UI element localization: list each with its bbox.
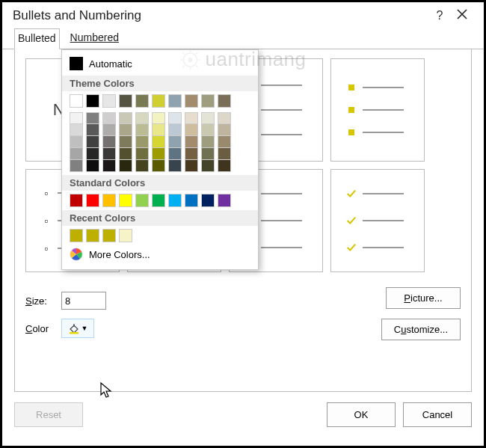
theme-shade-swatch[interactable] xyxy=(185,136,198,148)
tab-numbered[interactable]: Numbered xyxy=(67,28,122,49)
theme-shade-swatch[interactable] xyxy=(218,112,231,124)
recent-color-swatch[interactable] xyxy=(86,229,99,242)
theme-shade-swatch[interactable] xyxy=(135,160,149,172)
standard-color-swatch[interactable] xyxy=(185,194,198,207)
cancel-button[interactable]: Cancel xyxy=(403,402,472,427)
theme-shade-swatch[interactable] xyxy=(152,160,165,172)
theme-color-swatch[interactable] xyxy=(152,94,165,108)
standard-color-swatch[interactable] xyxy=(119,194,132,207)
theme-shade-swatch[interactable] xyxy=(119,124,132,136)
tabstrip: Bulleted Numbered xyxy=(2,28,484,49)
theme-shade-swatch[interactable] xyxy=(86,124,99,136)
theme-color-swatch[interactable] xyxy=(135,94,149,108)
standard-color-swatch[interactable] xyxy=(201,194,215,207)
theme-color-swatch[interactable] xyxy=(86,94,99,108)
theme-shade-swatch[interactable] xyxy=(168,160,182,172)
dialog-title: Bullets and Numbering xyxy=(13,8,141,23)
theme-shade-swatch[interactable] xyxy=(70,112,83,124)
theme-color-swatch[interactable] xyxy=(102,94,116,108)
theme-shade-swatch[interactable] xyxy=(70,124,83,136)
automatic-label: Automatic xyxy=(89,58,132,70)
standard-color-swatch[interactable] xyxy=(102,194,116,207)
theme-shade-swatch[interactable] xyxy=(86,136,99,148)
theme-shade-swatch[interactable] xyxy=(102,148,116,160)
recent-color-swatch[interactable] xyxy=(119,229,132,242)
automatic-color-item[interactable]: Automatic xyxy=(70,55,250,73)
theme-shade-swatch[interactable] xyxy=(70,148,83,160)
theme-shade-swatch[interactable] xyxy=(201,124,215,136)
theme-shade-swatch[interactable] xyxy=(185,148,198,160)
recent-color-swatch[interactable] xyxy=(102,229,116,242)
theme-shade-swatch[interactable] xyxy=(218,160,231,172)
size-spinner[interactable]: 8 xyxy=(61,292,106,310)
recent-color-swatch[interactable] xyxy=(70,229,83,242)
color-dropdown[interactable]: ▼ xyxy=(61,319,94,338)
theme-color-swatch[interactable] xyxy=(218,94,231,108)
help-button[interactable]: ? xyxy=(428,9,451,22)
standard-color-swatch[interactable] xyxy=(135,194,149,207)
theme-shade-swatch[interactable] xyxy=(119,112,132,124)
standard-color-swatch[interactable] xyxy=(168,194,182,207)
theme-color-swatch[interactable] xyxy=(185,94,198,108)
theme-shade-swatch[interactable] xyxy=(102,160,116,172)
standard-color-swatch[interactable] xyxy=(86,194,99,207)
standard-color-swatch[interactable] xyxy=(70,194,83,207)
customize-button[interactable]: Customize... xyxy=(381,319,461,340)
theme-shade-swatch[interactable] xyxy=(218,124,231,136)
theme-shade-swatch[interactable] xyxy=(185,124,198,136)
recent-color-row xyxy=(70,229,250,242)
size-row: Size: 8 Picture... xyxy=(25,292,461,310)
theme-shade-swatch[interactable] xyxy=(152,136,165,148)
ok-button[interactable]: OK xyxy=(327,402,396,427)
theme-shade-swatch[interactable] xyxy=(218,136,231,148)
theme-shade-swatch[interactable] xyxy=(201,148,215,160)
color-picker-popup: Automatic Theme Colors Standard Colors R… xyxy=(61,49,259,270)
theme-shade-swatch[interactable] xyxy=(86,148,99,160)
theme-shade-swatch[interactable] xyxy=(168,148,182,160)
theme-shade-swatch[interactable] xyxy=(135,112,149,124)
theme-shade-swatch[interactable] xyxy=(168,136,182,148)
theme-shade-swatch[interactable] xyxy=(201,160,215,172)
bullet-option-check[interactable] xyxy=(330,169,425,272)
theme-shade-swatch[interactable] xyxy=(168,112,182,124)
size-label: Size: xyxy=(25,295,55,307)
theme-shade-swatch[interactable] xyxy=(86,112,99,124)
theme-shade-swatch[interactable] xyxy=(135,148,149,160)
dialog-footer: Reset OK Cancel xyxy=(2,392,484,438)
theme-shade-swatch[interactable] xyxy=(119,160,132,172)
more-colors-item[interactable]: More Colors... xyxy=(70,245,250,263)
theme-shade-swatch[interactable] xyxy=(218,148,231,160)
theme-shade-swatch[interactable] xyxy=(86,160,99,172)
theme-shade-swatch[interactable] xyxy=(135,124,149,136)
recent-colors-heading: Recent Colors xyxy=(62,210,258,226)
theme-shade-swatch[interactable] xyxy=(135,136,149,148)
bullet-option-square[interactable] xyxy=(330,58,425,162)
mouse-cursor-icon xyxy=(99,381,114,399)
close-button[interactable] xyxy=(451,9,473,22)
theme-shade-swatch[interactable] xyxy=(185,112,198,124)
theme-color-swatch[interactable] xyxy=(119,94,132,108)
theme-shade-swatch[interactable] xyxy=(102,136,116,148)
theme-shade-swatch[interactable] xyxy=(102,112,116,124)
theme-shade-swatch[interactable] xyxy=(152,124,165,136)
theme-color-swatch[interactable] xyxy=(168,94,182,108)
theme-shade-swatch[interactable] xyxy=(185,160,198,172)
theme-shade-swatch[interactable] xyxy=(102,124,116,136)
theme-shade-swatch[interactable] xyxy=(119,148,132,160)
theme-shade-swatch[interactable] xyxy=(201,112,215,124)
theme-color-swatch[interactable] xyxy=(201,94,215,108)
theme-shade-swatch[interactable] xyxy=(152,148,165,160)
more-colors-label: More Colors... xyxy=(89,249,150,260)
theme-color-swatch[interactable] xyxy=(70,94,83,108)
theme-shade-swatch[interactable] xyxy=(152,112,165,124)
standard-color-swatch[interactable] xyxy=(218,194,231,207)
theme-shade-swatch[interactable] xyxy=(201,136,215,148)
theme-shade-swatch[interactable] xyxy=(168,124,182,136)
theme-shade-swatch[interactable] xyxy=(70,136,83,148)
theme-shade-swatch[interactable] xyxy=(119,136,132,148)
tab-content: None ● ● ● ▫ ▫ ▫ ❖ ❖ ❖ xyxy=(14,49,472,392)
theme-shade-swatch[interactable] xyxy=(70,160,83,172)
standard-color-swatch[interactable] xyxy=(152,194,165,207)
tab-bulleted[interactable]: Bulleted xyxy=(14,28,60,49)
picture-button[interactable]: Picture... xyxy=(386,287,461,309)
